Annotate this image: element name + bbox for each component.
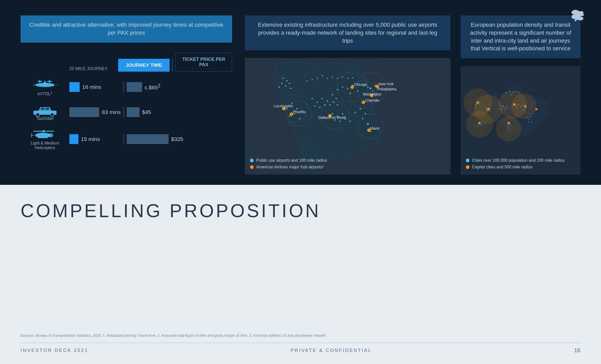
legend-item: Public use airports and 100 mile radius (250, 158, 327, 163)
svg-point-99 (290, 112, 293, 116)
svg-point-75 (342, 76, 343, 78)
svg-point-77 (352, 77, 354, 79)
svg-point-156 (476, 101, 479, 104)
columns-container: Credible and attractive alternative, wit… (21, 15, 580, 175)
evtol-sep (123, 82, 124, 92)
svg-point-150 (509, 129, 510, 130)
svg-point-122 (505, 107, 506, 108)
svg-point-20 (369, 88, 372, 90)
legend-item: Capital cities and 500 mile radius (466, 165, 565, 169)
svg-point-63 (282, 78, 284, 79)
svg-point-160 (507, 122, 510, 124)
svg-point-45 (317, 102, 318, 103)
svg-point-131 (520, 107, 521, 108)
na-map-svg: Chicago New York Philadelphia Washington… (245, 58, 450, 175)
middle-header-text: Extensive existing infrastructure includ… (258, 22, 437, 44)
svg-point-144 (485, 123, 486, 124)
svg-point-11 (50, 113, 54, 117)
price-header: TICKET PRICE PER PAX (175, 53, 232, 72)
svg-point-147 (507, 124, 508, 126)
svg-point-47 (314, 106, 316, 107)
svg-point-26 (347, 88, 348, 89)
svg-point-76 (347, 78, 348, 79)
svg-point-60 (339, 121, 341, 122)
footer-investor-deck: INVESTOR DECK 2021 (21, 348, 88, 353)
svg-point-153 (530, 117, 531, 118)
svg-point-10 (36, 113, 40, 117)
footer: Sources: Bureau of Transportation Statis… (21, 333, 580, 354)
svg-point-6 (49, 81, 50, 82)
svg-point-34 (362, 118, 364, 120)
taxi-mins: 83 mins (102, 109, 121, 115)
svg-point-67 (290, 88, 291, 89)
evtol-journey-bar (69, 82, 80, 92)
svg-point-32 (365, 113, 366, 114)
svg-point-130 (517, 108, 518, 109)
svg-point-27 (357, 90, 358, 92)
svg-point-121 (503, 106, 504, 107)
page-title: COMPELLING PROPOSITION (21, 200, 580, 221)
taxi-sep (123, 107, 124, 117)
top-section: Credible and attractive alternative, wit… (0, 0, 601, 185)
taxi-journey-cell: 83 mins (69, 107, 121, 117)
svg-point-126 (507, 108, 508, 109)
svg-point-129 (519, 104, 520, 105)
right-header-text: European population density and transit … (470, 22, 571, 52)
svg-point-159 (478, 122, 481, 124)
svg-point-157 (487, 108, 489, 111)
taxi-price-bar (127, 107, 140, 117)
svg-text:Phoenix: Phoenix (293, 110, 306, 114)
svg-point-50 (327, 100, 328, 102)
footer-bar: INVESTOR DECK 2021 PRIVATE & CONFIDENTIA… (21, 343, 580, 354)
table-row: eVTOL1 16 mins c.$652 (21, 78, 232, 96)
svg-rect-8 (41, 108, 44, 110)
taxi-label: Taxi/Uber (36, 116, 54, 121)
car-icon (30, 103, 60, 116)
svg-point-28 (342, 87, 343, 88)
svg-text:Philadelphia: Philadelphia (377, 88, 396, 91)
svg-point-53 (333, 102, 335, 103)
right-column: European population density and transit … (456, 15, 580, 175)
svg-point-154 (528, 121, 529, 122)
svg-point-139 (519, 92, 520, 93)
evtol-price: c.$652 (145, 83, 160, 91)
helicopter-label: Light & Medium Helicopters (31, 141, 59, 150)
svg-point-55 (337, 104, 338, 106)
svg-point-134 (523, 110, 524, 111)
svg-point-71 (321, 75, 323, 76)
svg-point-138 (515, 91, 516, 92)
svg-rect-9 (45, 108, 49, 110)
svg-point-70 (317, 78, 318, 79)
svg-point-13 (43, 130, 45, 132)
svg-point-41 (289, 116, 290, 117)
svg-point-124 (502, 109, 503, 110)
middle-col-header: Extensive existing infrastructure includ… (245, 15, 450, 50)
svg-point-66 (289, 83, 290, 84)
evtol-price-bar (127, 82, 142, 92)
col-separator (172, 59, 173, 72)
svg-text:Dallas/Fort Worth: Dallas/Fort Worth (319, 116, 346, 120)
svg-point-44 (311, 98, 313, 99)
svg-point-158 (513, 103, 516, 106)
legend-item: Cities over 100,000 population and 100 m… (466, 158, 565, 163)
svg-point-114 (475, 107, 476, 108)
evtol-mins: 16 mins (82, 84, 101, 90)
footer-confidential: PRIVATE & CONFIDENTIAL (291, 348, 372, 353)
svg-point-87 (350, 85, 354, 89)
svg-text:New York: New York (378, 82, 393, 86)
svg-point-149 (507, 127, 508, 128)
svg-point-5 (39, 81, 41, 82)
table-row: Light & Medium Helicopters 15 mins $325 (21, 128, 232, 150)
svg-point-119 (485, 108, 486, 109)
svg-point-120 (490, 109, 491, 110)
helicopter-journey-cell: 15 mins (69, 134, 121, 144)
svg-point-125 (504, 110, 505, 111)
svg-point-38 (296, 108, 298, 110)
eu-legend-blue-label: Cities over 100,000 population and 100 m… (472, 158, 565, 163)
svg-point-135 (506, 92, 507, 93)
left-header-text: Credible and attractive alternative, wit… (29, 22, 223, 36)
evtol-journey-cell: 16 mins (69, 82, 121, 92)
svg-point-73 (332, 76, 333, 78)
helicopter-price: $325 (171, 136, 183, 142)
svg-point-116 (486, 110, 487, 111)
